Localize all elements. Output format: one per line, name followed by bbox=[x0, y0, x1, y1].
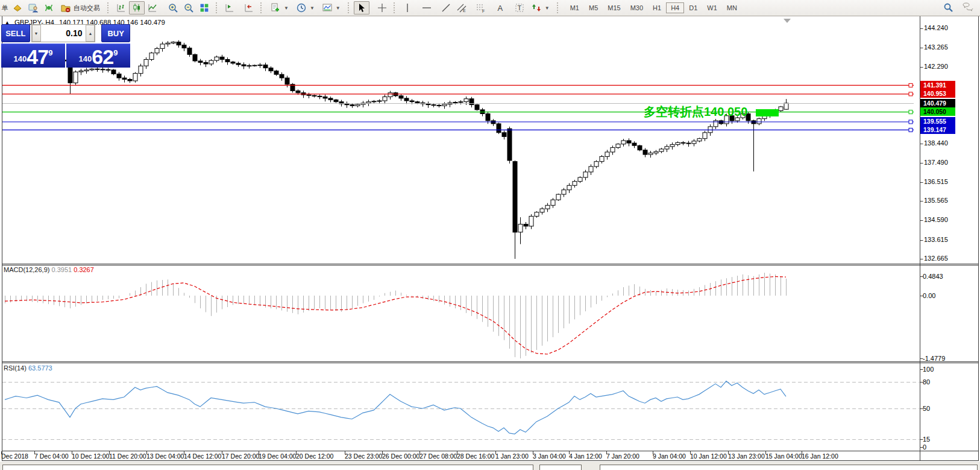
sell-price-sup: 9 bbox=[48, 48, 52, 57]
dropdown-arrow-icon: ▼ bbox=[336, 5, 341, 11]
vertical-line-tool-button[interactable] bbox=[400, 1, 415, 14]
timeframe-button-m30[interactable]: M30 bbox=[626, 2, 648, 13]
time-axis-label: 13 Jan 23:00 bbox=[728, 453, 765, 460]
horizontal-line-tool-button[interactable] bbox=[419, 1, 435, 14]
volume-value[interactable]: 0.10 bbox=[41, 25, 86, 42]
arrows-tool-button[interactable]: ▼ bbox=[527, 1, 553, 14]
indicators-menu-button[interactable]: ▼ bbox=[266, 1, 292, 14]
time-axis-label: 13 Dec 04:00 bbox=[146, 453, 184, 460]
rsi-axis-tick: 50 bbox=[923, 405, 930, 412]
price-axis-tick: 138.440 bbox=[924, 139, 948, 147]
toolbar-separator bbox=[348, 2, 351, 13]
svg-text:A: A bbox=[497, 4, 503, 13]
dropdown-arrow-icon: ▼ bbox=[310, 5, 315, 11]
timeframe-button-m5[interactable]: M5 bbox=[584, 2, 603, 13]
price-chip: 140.953 bbox=[920, 89, 955, 98]
buy-button[interactable]: BUY bbox=[101, 24, 130, 42]
price-axis-tick: 142.290 bbox=[924, 63, 948, 70]
buy-price-prefix: 140 bbox=[79, 54, 92, 63]
bottom-panel-box bbox=[2, 465, 533, 470]
toolbar-separator bbox=[394, 2, 397, 13]
toolbar: 单 自动交易 bbox=[0, 0, 980, 16]
macd-axis-tick: 0.4843 bbox=[923, 273, 943, 280]
rsi-axis-tick: 15 bbox=[923, 436, 930, 443]
svg-text:T: T bbox=[517, 4, 521, 11]
zoom-out-button[interactable] bbox=[181, 1, 196, 14]
search-icon[interactable] bbox=[943, 2, 953, 14]
one-click-trading-panel: SELL ▼ 0.10 ▲ BUY 140479 140629 bbox=[1, 24, 130, 68]
timeframe-button-w1[interactable]: W1 bbox=[702, 2, 722, 13]
price-lines[interactable] bbox=[2, 83, 914, 132]
toolbar-separator bbox=[557, 2, 561, 13]
sell-button[interactable]: SELL bbox=[1, 24, 30, 42]
market-watch-icon[interactable] bbox=[10, 1, 25, 14]
timeframe-button-d1[interactable]: D1 bbox=[684, 2, 702, 13]
candlestick-chart-type-button[interactable] bbox=[129, 1, 145, 14]
periods-menu-button[interactable]: ▼ bbox=[292, 1, 318, 14]
templates-menu-button[interactable]: ▼ bbox=[318, 1, 344, 14]
svg-text:E: E bbox=[463, 8, 466, 13]
bar-chart-type-button[interactable] bbox=[113, 1, 129, 14]
sell-price-box[interactable]: 140479 bbox=[1, 43, 65, 68]
data-window-icon[interactable] bbox=[25, 1, 41, 14]
fibonacci-tool-button[interactable]: F bbox=[473, 1, 489, 14]
time-axis-label: 27 Dec 08:00 bbox=[419, 453, 457, 460]
pivot-annotation-text: 多空转折点140.050 bbox=[644, 105, 747, 118]
price-chip: 139.147 bbox=[920, 125, 955, 134]
channel-tool-button[interactable]: E bbox=[454, 1, 470, 14]
macd-label: MACD(12,26,9) 0.3951 0.3267 bbox=[4, 266, 94, 273]
rsi-axis-tick: 80 bbox=[923, 378, 930, 386]
time-axis-label: 1 Jan 23:00 bbox=[495, 453, 529, 460]
cursor-tool-button[interactable] bbox=[354, 1, 369, 14]
rsi-axis-tick: 100 bbox=[923, 366, 934, 373]
rsi-label: RSI(14) 63.5773 bbox=[4, 364, 52, 372]
chart-shift-button[interactable] bbox=[222, 1, 237, 14]
price-axis-tick: 143.265 bbox=[924, 43, 948, 51]
price-chip: 141.391 bbox=[920, 81, 955, 89]
autotrade-button[interactable]: 自动交易 bbox=[57, 1, 104, 14]
time-axis-label: 15 Jan 04:00 bbox=[765, 453, 802, 460]
timeframe-button-m15[interactable]: M15 bbox=[603, 2, 625, 13]
zoom-in-button[interactable] bbox=[165, 1, 181, 14]
strategy-tester-icon[interactable] bbox=[41, 1, 57, 14]
timeframe-button-m1[interactable]: M1 bbox=[565, 2, 584, 13]
sell-button-label: SELL bbox=[5, 29, 25, 38]
price-axis-tick: 133.615 bbox=[924, 236, 948, 243]
chat-icon[interactable] bbox=[962, 2, 974, 14]
timeframe-button-h1[interactable]: H1 bbox=[648, 2, 666, 13]
auto-scroll-button[interactable] bbox=[241, 1, 257, 14]
toolbar-separator bbox=[216, 2, 219, 13]
macd-signal-line bbox=[5, 276, 786, 354]
toolbar-separator bbox=[260, 2, 264, 13]
time-axis-label: 11 Dec 20:00 bbox=[109, 453, 146, 460]
toolbar-separator bbox=[107, 2, 111, 13]
text-tool-button[interactable]: A bbox=[492, 1, 508, 14]
volume-decrease-button[interactable]: ▼ bbox=[32, 25, 41, 42]
volume-increase-button[interactable]: ▲ bbox=[86, 25, 95, 42]
tile-windows-button[interactable] bbox=[196, 1, 212, 14]
line-chart-type-button[interactable] bbox=[145, 1, 160, 14]
timeframe-bar: M1M5M15M30H1H4D1W1MN bbox=[565, 2, 742, 13]
chart-end-marker-icon bbox=[784, 19, 791, 23]
timeframe-button-h4[interactable]: H4 bbox=[666, 2, 684, 13]
chart-canvas[interactable] bbox=[0, 16, 980, 470]
rsi-value: 63.5773 bbox=[28, 364, 52, 372]
chart-frame bbox=[2, 16, 979, 461]
timeframe-button-mn[interactable]: MN bbox=[722, 2, 742, 13]
pivot-green-box[interactable] bbox=[756, 109, 779, 116]
svg-text:F: F bbox=[482, 9, 485, 13]
pivot-annotation[interactable]: 多空转折点140.050 bbox=[644, 104, 747, 120]
new-order-label: 单 bbox=[2, 4, 8, 13]
crosshair-tool-button[interactable] bbox=[374, 1, 390, 14]
buy-price-sup: 9 bbox=[113, 48, 118, 57]
price-axis-tick: 137.490 bbox=[924, 159, 948, 166]
trendline-tool-button[interactable] bbox=[438, 1, 454, 14]
new-order-button[interactable]: 单 bbox=[0, 1, 10, 14]
buy-button-label: BUY bbox=[107, 29, 124, 38]
macd-axis-tick: 0.00 bbox=[923, 292, 935, 299]
buy-price-box[interactable]: 140629 bbox=[66, 43, 130, 68]
time-axis-label: 7 Dec 04:00 bbox=[34, 453, 69, 460]
text-label-tool-button[interactable]: T bbox=[512, 1, 527, 14]
price-axis-tick: 135.565 bbox=[924, 197, 948, 204]
macd-histogram bbox=[5, 273, 787, 358]
